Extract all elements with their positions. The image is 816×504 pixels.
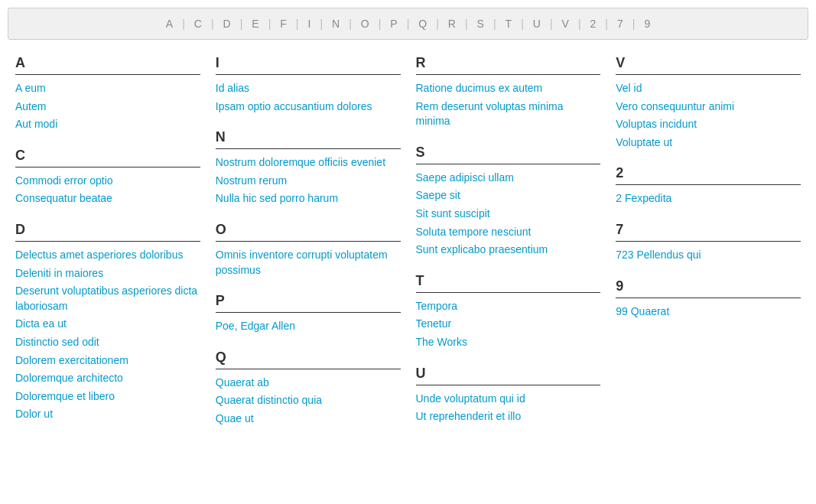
alpha-nav-separator: |: [632, 18, 636, 30]
section-link[interactable]: Consequatur beatae: [15, 191, 200, 206]
section-header-c: C: [15, 148, 200, 167]
alpha-nav-separator: |: [521, 18, 524, 30]
main-content: AA eumAutemAut modiCCommodi error optioC…: [8, 55, 808, 442]
section-header-s: S: [416, 145, 601, 164]
alpha-nav-item-r[interactable]: R: [445, 16, 459, 31]
section-header-7: 7: [616, 222, 801, 242]
section-link[interactable]: 723 Pellendus qui: [616, 248, 801, 263]
section-link[interactable]: Nulla hic sed porro harum: [216, 191, 401, 206]
section-link[interactable]: Deserunt voluptatibus asperiores dicta l…: [15, 284, 200, 314]
alpha-nav-item-e[interactable]: E: [249, 16, 262, 31]
section-link[interactable]: Quaerat distinctio quia: [216, 393, 401, 408]
section-link[interactable]: Ipsam optio accusantium dolores: [216, 99, 401, 115]
alpha-nav-item-t[interactable]: T: [502, 16, 515, 31]
section-link[interactable]: Voluptate ut: [616, 135, 801, 151]
section-o: OOmnis inventore corrupti voluptatem pos…: [216, 222, 401, 278]
section-link[interactable]: A eum: [15, 81, 200, 96]
section-header-d: D: [15, 222, 200, 242]
section-link[interactable]: Vel id: [616, 81, 801, 96]
section-link[interactable]: Quaerat ab: [216, 376, 401, 391]
section-header-9: 9: [616, 278, 801, 298]
section-link[interactable]: Rem deserunt voluptas minima minima: [416, 99, 601, 129]
section-link[interactable]: Voluptas incidunt: [616, 117, 801, 132]
section-header-r: R: [416, 55, 601, 75]
section-link[interactable]: Quae ut: [216, 411, 401, 427]
section-9: 999 Quaerat: [616, 278, 801, 320]
alpha-nav-item-c[interactable]: C: [191, 16, 205, 31]
alpha-nav-item-9[interactable]: 9: [641, 16, 653, 31]
alpha-nav-item-s[interactable]: S: [474, 16, 487, 31]
section-link[interactable]: Delectus amet asperiores doloribus: [15, 248, 200, 263]
section-link[interactable]: Saepe sit: [416, 188, 601, 203]
section-link[interactable]: Doloremque architecto: [15, 371, 200, 386]
section-i: IId aliasIpsam optio accusantium dolores: [216, 55, 401, 114]
section-link[interactable]: Id alias: [216, 81, 401, 96]
section-link[interactable]: Poe, Edgar Allen: [216, 319, 401, 334]
section-header-q: Q: [216, 350, 401, 369]
section-link[interactable]: Tempora: [416, 299, 601, 314]
section-link[interactable]: 99 Quaerat: [616, 304, 801, 320]
alpha-nav-separator: |: [550, 18, 553, 30]
section-link[interactable]: Unde voluptatum qui id: [416, 392, 601, 407]
alpha-nav-separator: |: [240, 18, 243, 30]
alpha-nav-separator: |: [578, 18, 581, 30]
section-c: CCommodi error optioConsequatur beatae: [15, 148, 200, 206]
alpha-nav-separator: |: [268, 18, 271, 30]
section-link[interactable]: Saepe adipisci ullam: [416, 171, 601, 186]
section-link[interactable]: Tenetur: [416, 317, 601, 332]
alpha-nav-separator: |: [182, 18, 185, 30]
alpha-nav-item-f[interactable]: F: [277, 16, 290, 31]
section-link[interactable]: Soluta tempore nesciunt: [416, 225, 601, 240]
section-header-i: I: [216, 55, 401, 75]
alpha-nav-item-a[interactable]: A: [163, 16, 176, 31]
section-link[interactable]: Aut modi: [15, 117, 200, 132]
alpha-nav-separator: |: [379, 18, 382, 30]
alpha-nav-item-u[interactable]: U: [530, 16, 544, 31]
section-header-t: T: [416, 273, 601, 293]
section-link[interactable]: Ratione ducimus ex autem: [416, 81, 601, 96]
section-q: QQuaerat abQuaerat distinctio quiaQuae u…: [216, 350, 401, 427]
section-link[interactable]: Dicta ea ut: [15, 317, 200, 332]
section-header-a: A: [15, 55, 200, 75]
alpha-nav-separator: |: [465, 18, 468, 30]
section-link[interactable]: Autem: [15, 99, 200, 115]
section-d: DDelectus amet asperiores doloribusDelen…: [15, 222, 200, 422]
section-header-u: U: [416, 366, 601, 385]
alpha-nav-item-i[interactable]: I: [304, 16, 314, 31]
column-1: IId aliasIpsam optio accusantium dolores…: [216, 55, 401, 442]
section-link[interactable]: Dolor ut: [15, 407, 200, 422]
alpha-nav-item-q[interactable]: Q: [415, 16, 430, 31]
alpha-nav-item-p[interactable]: P: [387, 16, 400, 31]
section-link[interactable]: Distinctio sed odit: [15, 335, 200, 350]
alpha-nav-item-o[interactable]: O: [358, 16, 372, 31]
section-s: SSaepe adipisci ullamSaepe sitSit sunt s…: [416, 145, 601, 258]
column-3: VVel idVero consequuntur animiVoluptas i…: [616, 55, 801, 442]
alpha-nav-item-7[interactable]: 7: [614, 16, 626, 31]
alpha-nav-item-v[interactable]: V: [559, 16, 572, 31]
section-link[interactable]: Vero consequuntur animi: [616, 99, 801, 115]
section-link[interactable]: The Works: [416, 335, 601, 350]
alpha-nav-separator: |: [436, 18, 439, 30]
section-link[interactable]: Omnis inventore corrupti voluptatem poss…: [216, 248, 401, 278]
section-link[interactable]: Sunt explicabo praesentium: [416, 242, 601, 258]
section-link[interactable]: Deleniti in maiores: [15, 266, 200, 281]
alpha-nav-item-n[interactable]: N: [329, 16, 343, 31]
section-link[interactable]: 2 Fexpedita: [616, 191, 801, 206]
alpha-nav-separator: |: [320, 18, 323, 30]
section-link[interactable]: Sit sunt suscipit: [416, 206, 601, 222]
alpha-nav-separator: |: [493, 18, 496, 30]
section-t: TTemporaTeneturThe Works: [416, 273, 601, 350]
section-header-v: V: [616, 55, 801, 75]
section-r: RRatione ducimus ex autemRem deserunt vo…: [416, 55, 601, 129]
section-link[interactable]: Doloremque et libero: [15, 389, 200, 405]
alpha-nav: A|C|D|E|F|I|N|O|P|Q|R|S|T|U|V|2|7|9: [8, 8, 808, 40]
section-link[interactable]: Commodi error optio: [15, 174, 200, 189]
section-header-2: 2: [616, 165, 801, 185]
section-link[interactable]: Nostrum rerum: [216, 174, 401, 189]
section-link[interactable]: Dolorem exercitationem: [15, 353, 200, 369]
alpha-nav-item-d[interactable]: D: [220, 16, 234, 31]
section-link[interactable]: Nostrum doloremque officiis eveniet: [216, 155, 401, 171]
section-link[interactable]: Ut reprehenderit et illo: [416, 409, 601, 424]
alpha-nav-item-2[interactable]: 2: [587, 16, 600, 31]
alpha-nav-separator: |: [605, 18, 608, 30]
